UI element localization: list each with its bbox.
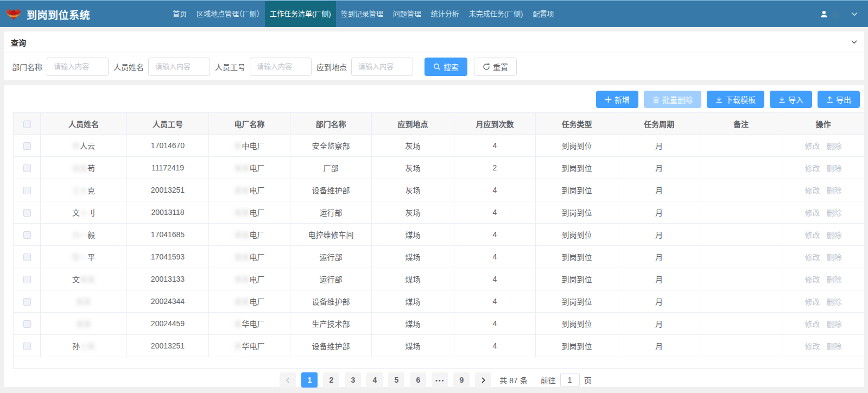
pagination-prev-button[interactable]	[280, 372, 296, 388]
reset-button[interactable]: 重置	[474, 58, 517, 76]
delete-link[interactable]: 删除	[827, 164, 842, 173]
cell-monthly_times: 4	[454, 179, 536, 201]
pagination-more-dots-icon[interactable]: ●●●	[432, 372, 448, 388]
cell-department: 设备维护部	[290, 335, 372, 357]
user-icon[interactable]	[820, 10, 828, 18]
delete-link[interactable]: 删除	[827, 231, 842, 239]
nav-item-4[interactable]: 签到记录管理	[336, 1, 388, 27]
text-segment: 华电厂	[242, 342, 265, 351]
nav-item-8[interactable]: 配置项	[528, 1, 559, 27]
cell-employee_id: 20024459	[127, 313, 209, 335]
edit-link[interactable]: 修改	[805, 253, 820, 262]
cell-task_type: 到岗到位	[536, 268, 618, 290]
cell-name: 王大克	[41, 179, 127, 201]
export-button[interactable]: 导出	[818, 91, 860, 108]
user-menu-chevron-down-icon[interactable]	[851, 10, 858, 18]
query-field-input-2[interactable]	[148, 58, 210, 76]
table-row: 孙小某20013251某华电厂设备维护部煤场4到岗到位月修改删除	[14, 335, 865, 357]
import-button[interactable]: 导入	[770, 91, 812, 108]
cell-plant: 某某电厂	[209, 268, 290, 290]
edit-link[interactable]: 修改	[805, 275, 820, 284]
text-segment: 电厂	[250, 297, 265, 306]
redacted-text: 刘一	[72, 231, 87, 239]
edit-link[interactable]: 修改	[805, 186, 820, 195]
cell-name: 李人云	[41, 135, 127, 157]
row-checkbox[interactable]	[23, 231, 31, 239]
row-checkbox[interactable]	[23, 298, 31, 306]
row-checkbox[interactable]	[23, 276, 31, 283]
row-checkbox[interactable]	[23, 209, 31, 217]
cell-employee_id: 17041685	[127, 224, 209, 246]
column-header-8: 任务周期	[618, 113, 700, 135]
cell-actions: 修改删除	[782, 335, 865, 357]
cell-location: 灰场	[372, 157, 454, 179]
pagination-page-9[interactable]: 9	[453, 372, 470, 388]
nav-item-5[interactable]: 问题管理	[388, 1, 426, 27]
redacted-text: 张丽	[72, 164, 87, 173]
jumper-page-input[interactable]	[560, 373, 580, 387]
delete-link[interactable]: 删除	[827, 275, 842, 284]
row-checkbox[interactable]	[23, 164, 31, 172]
column-header-6: 月应到次数	[454, 113, 536, 135]
cell-employee_id: 20013133	[127, 268, 209, 290]
delete-link[interactable]: 删除	[827, 342, 842, 351]
text-segment: 苟	[87, 164, 95, 173]
nav-item-1[interactable]: 首页	[168, 1, 192, 27]
pagination-page-1[interactable]: 1	[301, 372, 318, 388]
nav-item-2[interactable]: 区域地点管理（厂侧）	[192, 1, 265, 27]
cell-monthly_times: 4	[454, 246, 536, 268]
edit-link[interactable]: 修改	[805, 208, 820, 217]
row-checkbox[interactable]	[23, 253, 31, 261]
query-field-input-1[interactable]	[47, 58, 109, 76]
delete-link[interactable]: 删除	[827, 297, 842, 306]
delete-link[interactable]: 删除	[827, 142, 842, 150]
pagination-page-3[interactable]: 3	[345, 372, 361, 388]
row-checkbox[interactable]	[23, 343, 31, 350]
delete-link[interactable]: 删除	[827, 186, 842, 195]
nav-item-6[interactable]: 统计分析	[426, 1, 464, 27]
batch-delete-button[interactable]: 批量删除	[644, 91, 701, 108]
query-collapse-chevron-down-icon[interactable]	[851, 39, 858, 46]
edit-link[interactable]: 修改	[805, 164, 820, 173]
download-template-button-label: 下载模板	[725, 94, 756, 105]
row-checkbox[interactable]	[23, 320, 31, 328]
row-checkbox[interactable]	[23, 142, 31, 150]
nav-item-3[interactable]: 工作任务清单(厂侧)	[265, 1, 336, 27]
column-header-9: 备注	[700, 113, 782, 135]
select-all-checkbox[interactable]	[23, 121, 31, 128]
edit-link[interactable]: 修改	[805, 342, 820, 351]
download-template-button[interactable]: 下载模板	[707, 91, 764, 108]
cell-actions: 修改删除	[782, 290, 865, 313]
cell-plant: 某某电厂	[209, 201, 290, 224]
cell-name: 文某某	[41, 268, 127, 290]
trash-icon	[652, 96, 660, 103]
pagination: 123456●●●9共 87 条前往页	[9, 372, 860, 388]
cell-task_type: 到岗到位	[536, 157, 618, 179]
query-field-label-3: 人员工号	[215, 61, 245, 72]
pagination-page-5[interactable]: 5	[388, 372, 404, 388]
cell-remark	[700, 290, 782, 313]
edit-link[interactable]: 修改	[805, 320, 820, 328]
row-checkbox[interactable]	[23, 187, 31, 194]
delete-link[interactable]: 删除	[827, 208, 842, 217]
query-field-label-1: 部门名称	[12, 61, 42, 72]
pagination-page-2[interactable]: 2	[323, 372, 339, 388]
add-button[interactable]: 新增	[596, 91, 638, 108]
edit-link[interactable]: 修改	[805, 231, 820, 239]
redacted-text: 某某	[235, 208, 250, 217]
search-button[interactable]: 搜索	[425, 58, 467, 76]
delete-link[interactable]: 删除	[827, 320, 842, 328]
edit-link[interactable]: 修改	[805, 142, 820, 150]
query-field-input-4[interactable]	[351, 58, 413, 76]
pagination-page-6[interactable]: 6	[410, 372, 426, 388]
query-field-input-3[interactable]	[250, 58, 312, 76]
redacted-text: 某某	[76, 320, 91, 328]
nav-item-7[interactable]: 未完成任务(厂侧)	[464, 1, 528, 27]
import-button-label: 导入	[788, 94, 803, 105]
pagination-page-4[interactable]: 4	[366, 372, 383, 388]
delete-link[interactable]: 删除	[827, 253, 842, 262]
cell-actions: 修改删除	[782, 313, 865, 335]
text-segment: 毅	[87, 231, 95, 239]
pagination-next-button[interactable]	[475, 372, 491, 388]
edit-link[interactable]: 修改	[805, 297, 820, 306]
